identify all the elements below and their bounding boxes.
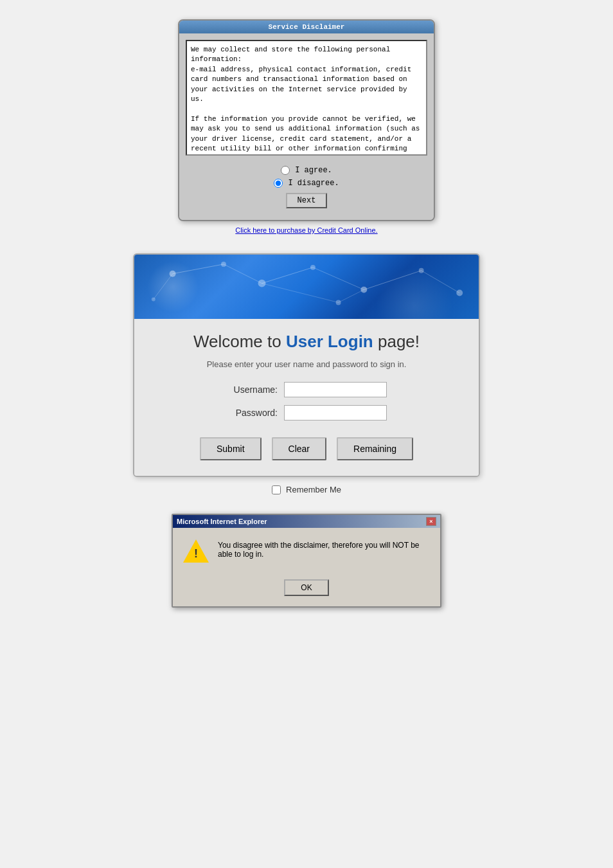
svg-line-16 xyxy=(262,284,339,303)
login-title-normal: Welcome to xyxy=(193,332,286,351)
username-label: Username: xyxy=(226,384,278,395)
next-button[interactable]: Next xyxy=(286,193,328,208)
disclaimer-options: I agree. I disagree. xyxy=(186,166,427,188)
submit-button[interactable]: Submit xyxy=(200,437,262,460)
remember-me-label: Remember Me xyxy=(286,485,341,494)
login-buttons: Submit Clear Remaining xyxy=(200,437,413,460)
ie-title: Microsoft Internet Explorer xyxy=(177,518,267,525)
login-banner xyxy=(134,255,479,319)
warning-exclamation: ! xyxy=(194,547,198,561)
svg-line-13 xyxy=(364,271,421,290)
ie-body: ! You disagree with the disclaimer, ther… xyxy=(173,528,440,574)
username-field-row: Username: xyxy=(226,382,387,397)
login-title: Welcome to User Login page! xyxy=(193,332,420,352)
ie-titlebar: Microsoft Internet Explorer × xyxy=(173,515,440,528)
svg-point-5 xyxy=(419,268,424,273)
disclaimer-title: Service Disclaimer xyxy=(269,23,345,31)
username-input[interactable] xyxy=(284,382,387,397)
password-input[interactable] xyxy=(284,405,387,420)
password-label: Password: xyxy=(226,408,278,418)
disclaimer-section: Service Disclaimer I agree. I disagree. … xyxy=(178,19,435,234)
disclaimer-body: I agree. I disagree. Next xyxy=(179,33,434,220)
login-form: Username: Password: xyxy=(154,382,459,420)
remember-me-row: Remember Me xyxy=(272,485,341,494)
svg-line-17 xyxy=(339,290,364,303)
ie-close-button[interactable]: × xyxy=(426,517,436,526)
login-title-highlight: User Login xyxy=(286,332,373,351)
warning-icon: ! xyxy=(183,538,209,564)
ie-error-dialog: Microsoft Internet Explorer × ! You disa… xyxy=(172,514,441,608)
disclaimer-text[interactable] xyxy=(186,40,427,156)
agree-label: I agree. xyxy=(295,166,332,175)
disclaimer-dialog: Service Disclaimer I agree. I disagree. … xyxy=(178,19,435,221)
login-content: Welcome to User Login page! Please enter… xyxy=(134,319,479,476)
password-field-row: Password: xyxy=(226,405,387,420)
ie-message: You disagree with the disclaimer, theref… xyxy=(218,538,430,559)
disagree-label: I disagree. xyxy=(288,179,339,188)
clear-button[interactable]: Clear xyxy=(272,437,326,460)
svg-line-15 xyxy=(154,274,173,300)
login-box: Welcome to User Login page! Please enter… xyxy=(133,253,480,477)
disclaimer-titlebar: Service Disclaimer xyxy=(179,21,434,33)
credit-card-link[interactable]: Click here to purchase by Credit Card On… xyxy=(235,226,377,234)
svg-line-9 xyxy=(173,264,224,274)
login-subtitle: Please enter your user name and password… xyxy=(207,359,407,369)
svg-line-11 xyxy=(262,267,313,284)
remember-me-checkbox[interactable] xyxy=(272,485,281,494)
disagree-option[interactable]: I disagree. xyxy=(274,179,339,188)
ie-ok-button[interactable]: OK xyxy=(284,579,329,596)
remaining-button[interactable]: Remaining xyxy=(337,437,413,460)
disclaimer-next-container: Next xyxy=(186,193,427,208)
svg-line-12 xyxy=(313,267,364,290)
login-title-suffix: page! xyxy=(373,332,420,351)
svg-line-10 xyxy=(224,264,262,284)
agree-option[interactable]: I agree. xyxy=(281,166,332,175)
login-section: Welcome to User Login page! Please enter… xyxy=(133,253,480,494)
svg-line-14 xyxy=(422,271,460,293)
network-decoration xyxy=(134,255,479,318)
agree-radio[interactable] xyxy=(281,166,290,175)
disagree-radio[interactable] xyxy=(274,179,283,188)
ie-buttons: OK xyxy=(173,574,440,606)
